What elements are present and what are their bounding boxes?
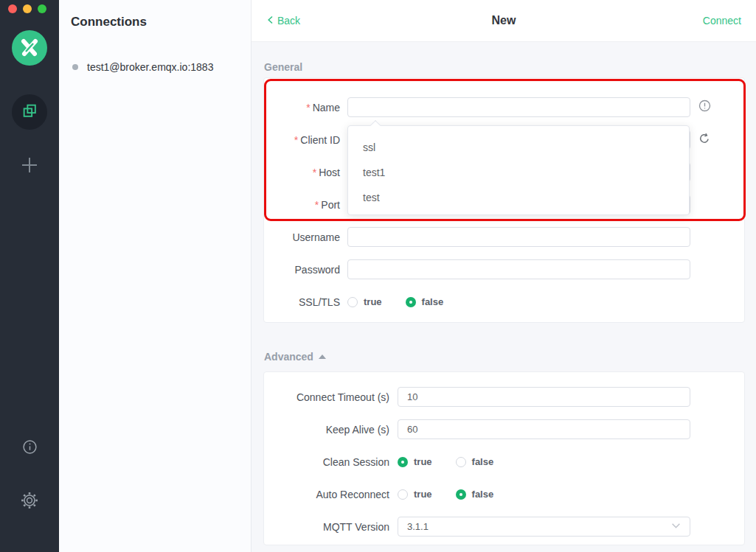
sidebar-item-connections[interactable] — [12, 94, 47, 130]
password-input[interactable] — [347, 259, 690, 279]
required-asterisk: * — [294, 134, 298, 146]
connect-timeout-field-label: Connect Timeout (s) — [264, 391, 389, 403]
field-row-keep-alive: Keep Alive (s) — [264, 419, 744, 439]
required-asterisk: * — [306, 102, 310, 113]
required-asterisk: * — [315, 199, 319, 211]
warning-icon — [698, 99, 711, 115]
radio-checked-icon — [456, 489, 466, 500]
auto-reconnect-radio-false[interactable]: false — [456, 489, 494, 500]
advanced-card: Connect Timeout (s) Keep Alive (s) Clean… — [263, 371, 745, 545]
gear-icon — [21, 492, 38, 512]
auto-reconnect-radio-group: true false — [398, 489, 493, 500]
chevron-left-icon — [266, 15, 274, 27]
connections-icon — [21, 102, 38, 122]
ssl-tls-radio-true[interactable]: true — [347, 296, 382, 307]
connections-panel: Connections test1@broker.emqx.io:1883 — [59, 0, 252, 552]
suggestion-item-test1[interactable]: test1 — [348, 160, 689, 185]
panel-title: Connections — [71, 15, 147, 29]
field-row-mqtt-version: MQTT Version 3.1.1 — [264, 517, 744, 537]
auto-reconnect-field-label: Auto Reconnect — [264, 489, 389, 500]
radio-unchecked-icon — [347, 297, 358, 307]
advanced-section-toggle[interactable]: Advanced — [264, 351, 326, 363]
connect-timeout-input[interactable] — [398, 387, 690, 407]
ssl-tls-radio-group: true false — [347, 296, 443, 307]
mqttx-logo — [12, 30, 47, 66]
minimize-window-button[interactable] — [23, 4, 32, 13]
page-title: New — [492, 14, 516, 27]
field-row-name: *Name — [264, 97, 744, 117]
name-input[interactable] — [347, 97, 690, 117]
app-window: Connections test1@broker.emqx.io:1883 Ba… — [0, 0, 756, 552]
connection-label: test1@broker.emqx.io:1883 — [87, 61, 213, 73]
password-field-label: Password — [264, 264, 340, 276]
connect-button[interactable]: Connect — [703, 15, 741, 27]
auto-reconnect-radio-true[interactable]: true — [398, 489, 432, 500]
required-asterisk: * — [313, 167, 316, 178]
close-window-button[interactable] — [8, 4, 17, 13]
connection-list-item[interactable]: test1@broker.emqx.io:1883 — [72, 59, 213, 75]
name-suggestions-dropdown: ssl test1 test — [347, 125, 690, 215]
host-field-label: *Host — [264, 167, 340, 178]
back-button[interactable]: Back — [266, 15, 300, 27]
field-row-username: Username — [264, 227, 744, 247]
mqtt-version-select[interactable]: 3.1.1 — [398, 517, 690, 537]
zoom-window-button[interactable] — [38, 4, 46, 13]
port-field-label: *Port — [264, 199, 340, 211]
keep-alive-input[interactable] — [398, 419, 690, 439]
clean-session-radio-true[interactable]: true — [398, 456, 432, 467]
back-label: Back — [277, 15, 300, 27]
plus-icon — [20, 156, 39, 178]
settings-button[interactable] — [0, 492, 59, 512]
info-icon — [22, 439, 38, 458]
client-id-refresh-button[interactable] — [698, 133, 711, 147]
chevron-down-icon — [671, 521, 681, 533]
username-field-label: Username — [264, 231, 340, 243]
field-row-clean-session: Clean Session true false — [264, 452, 744, 472]
radio-checked-icon — [398, 457, 408, 467]
clean-session-radio-false[interactable]: false — [456, 456, 494, 467]
name-field-label: *Name — [264, 102, 340, 113]
sidebar — [0, 0, 59, 552]
ssl-tls-radio-false[interactable]: false — [406, 296, 444, 307]
username-input[interactable] — [347, 227, 690, 247]
radio-unchecked-icon — [398, 489, 408, 500]
clean-session-radio-group: true false — [398, 456, 493, 467]
field-row-ssl-tls: SSL/TLS true false — [264, 292, 744, 312]
clean-session-field-label: Clean Session — [264, 456, 389, 468]
name-warning — [698, 99, 711, 115]
keep-alive-field-label: Keep Alive (s) — [264, 424, 389, 436]
suggestion-item-ssl[interactable]: ssl — [348, 135, 689, 160]
suggestion-item-test[interactable]: test — [348, 185, 689, 210]
traffic-lights — [8, 4, 46, 13]
add-connection-button[interactable] — [0, 156, 59, 178]
mqtt-version-field-label: MQTT Version — [264, 521, 389, 533]
collapse-triangle-icon — [319, 354, 326, 359]
field-row-connect-timeout: Connect Timeout (s) — [264, 387, 744, 407]
about-button[interactable] — [0, 439, 59, 458]
general-section-label: General — [264, 61, 302, 73]
main-header: Back New Connect — [252, 0, 756, 42]
radio-checked-icon — [406, 297, 416, 307]
refresh-icon — [698, 133, 710, 147]
mqtt-version-value: 3.1.1 — [407, 521, 429, 532]
ssl-tls-field-label: SSL/TLS — [264, 296, 340, 308]
field-row-auto-reconnect: Auto Reconnect true false — [264, 484, 744, 504]
client-id-field-label: *Client ID — [264, 134, 340, 146]
connection-status-dot — [72, 64, 78, 70]
field-row-password: Password — [264, 259, 744, 279]
main-area: Back New Connect General *Name — [252, 0, 756, 552]
radio-unchecked-icon — [456, 457, 466, 467]
